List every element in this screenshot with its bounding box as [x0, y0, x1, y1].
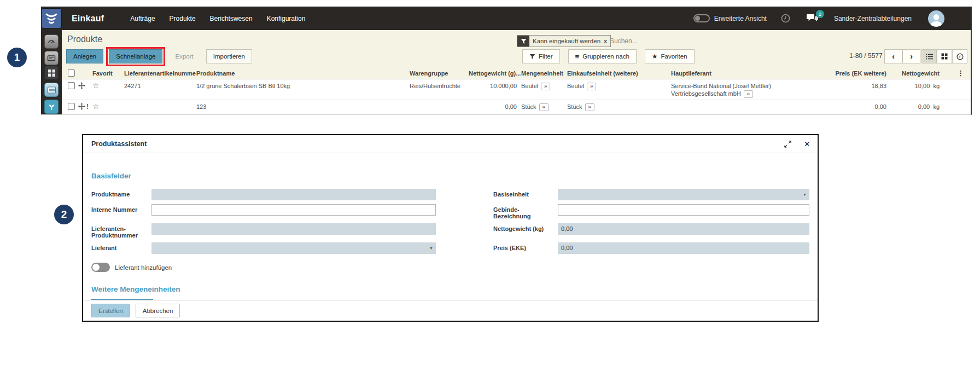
- messages-button[interactable]: 2: [807, 14, 819, 23]
- col-warengruppe[interactable]: Warengruppe: [410, 67, 469, 78]
- facet-filter-icon: [517, 36, 529, 47]
- input-preis-eke[interactable]: 0,00: [558, 242, 809, 254]
- kanban-view-button[interactable]: [937, 49, 952, 63]
- anlegen-button[interactable]: Anlegen: [66, 49, 103, 63]
- pager-prev-button[interactable]: ‹: [884, 49, 902, 63]
- col-einkaufseinheit[interactable]: Einkaufseinheit (weitere): [567, 67, 671, 78]
- company-logo[interactable]: [42, 9, 61, 28]
- table-row[interactable]: ☆ 24271 1/2 grüne Schälerbsen SB Btl 10k…: [62, 79, 971, 100]
- lieferant-hinzufuegen-label: Lieferant hinzufügen: [115, 264, 172, 271]
- drag-handle-icon[interactable]: [78, 79, 92, 90]
- col-favorit[interactable]: Favorit: [92, 67, 124, 78]
- toggle-knob: [695, 16, 700, 21]
- col-produktname[interactable]: Produktname: [196, 67, 410, 78]
- input-lieferanten-produktnummer[interactable]: [151, 223, 436, 235]
- cell-produktname: 123: [196, 100, 410, 112]
- table-row[interactable]: ! ☆ 123 0,00 Stück» Stück»: [62, 100, 971, 114]
- select-basiseinheit[interactable]: ▼: [558, 189, 809, 200]
- col-nettogewicht[interactable]: Nettogewicht: [890, 67, 942, 78]
- step-2-marker: 2: [54, 205, 74, 224]
- cell-hauptlieferant: [671, 100, 830, 104]
- erstellen-button[interactable]: Erstellen: [91, 304, 130, 317]
- cell-preis: 18,83: [830, 79, 890, 91]
- section-basisfelder: Basisfelder: [91, 172, 809, 180]
- dialog-footer: Erstellen Abbrechen: [83, 300, 818, 321]
- cell-preis: 0,00: [830, 100, 890, 112]
- search-input[interactable]: Suchen...: [610, 37, 638, 45]
- chevron-down-icon: ▼: [429, 246, 433, 250]
- internal-link-icon[interactable]: »: [539, 103, 549, 111]
- messages-badge: 2: [816, 10, 824, 18]
- activity-clock-icon[interactable]: [781, 14, 790, 23]
- col-nettogewicht-g[interactable]: Nettogewicht (g)...: [469, 67, 521, 78]
- menu-auftraege[interactable]: Aufträge: [130, 15, 155, 22]
- input-produktname[interactable]: [151, 189, 436, 200]
- produktassistent-dialog: Produktassistent × Basisfelder Produktna…: [82, 134, 819, 322]
- internal-link-icon[interactable]: »: [587, 83, 596, 90]
- app-title: Einkauf: [72, 14, 104, 24]
- label-nettogewicht-kg: Nettogewicht (kg): [493, 223, 558, 239]
- list-view-button[interactable]: [921, 49, 937, 63]
- internal-link-icon[interactable]: »: [585, 103, 594, 111]
- sidebar-apps-grid-icon[interactable]: [44, 66, 59, 80]
- export-button[interactable]: Export: [168, 49, 200, 63]
- filter-button[interactable]: Filter: [522, 49, 560, 63]
- cell-produktname: 1/2 grüne Schälerbsen SB Btl 10kg: [196, 79, 410, 91]
- abbrechen-button[interactable]: Abbrechen: [136, 304, 180, 317]
- sidebar-plant-icon[interactable]: [44, 100, 59, 114]
- input-interne-nummer[interactable]: [151, 204, 436, 216]
- search-facet-chip[interactable]: Kann eingekauft werden x: [517, 35, 611, 47]
- input-nettogewicht-kg[interactable]: 0,00: [558, 223, 809, 235]
- stacked-bowls-logo-icon: [44, 11, 59, 26]
- drag-handle-icon[interactable]: !: [78, 100, 92, 112]
- user-name[interactable]: Sander-Zentralabteilungen: [834, 15, 912, 22]
- col-preis[interactable]: Preis (EK weitere): [830, 67, 890, 78]
- sidebar-list-card-icon[interactable]: [44, 83, 59, 97]
- screenshot-canvas: Einkauf Aufträge Produkte Berichtswesen …: [0, 0, 980, 365]
- internal-link-icon[interactable]: »: [541, 83, 550, 90]
- facet-remove-icon[interactable]: x: [604, 38, 607, 44]
- sidebar-dashboard-icon[interactable]: [44, 34, 59, 49]
- menu-berichtswesen[interactable]: Berichtswesen: [210, 15, 253, 22]
- row-checkbox[interactable]: [68, 82, 75, 89]
- favorites-button[interactable]: ★ Favoriten: [645, 49, 695, 63]
- favorite-star-icon[interactable]: ☆: [92, 102, 100, 111]
- schnellanlage-button[interactable]: Schnellanlage: [109, 49, 162, 63]
- select-all-checkbox[interactable]: [68, 69, 75, 77]
- pager-arrows: ‹ ›: [884, 49, 920, 63]
- input-gebinde-bezeichnung[interactable]: [558, 204, 809, 216]
- favorite-star-icon[interactable]: ☆: [92, 81, 100, 90]
- col-lieferantenartikelnummer[interactable]: Lieferantenartikelnummer...: [124, 67, 196, 78]
- group-by-icon: ≡: [575, 53, 580, 61]
- cell-nettogewicht: 10,00 kg: [890, 79, 942, 91]
- extended-view-toggle[interactable]: [693, 14, 710, 22]
- cell-nettogewicht: 0,00 kg: [890, 100, 942, 112]
- group-by-button[interactable]: ≡ Gruppieren nach: [568, 49, 637, 63]
- col-mengeneinheit[interactable]: Mengeneinheit: [521, 67, 567, 78]
- sidebar-register-icon[interactable]: [44, 51, 59, 65]
- optional-columns-icon[interactable]: ⋮: [957, 69, 964, 77]
- cell-nettogewicht-g: 10.000,00: [469, 79, 521, 91]
- internal-link-icon[interactable]: »: [744, 90, 753, 98]
- user-avatar[interactable]: [928, 10, 944, 27]
- cell-warengruppe: Reis/Hülsenfrüchte: [410, 79, 469, 91]
- dialog-header: Produktassistent ×: [83, 135, 818, 153]
- dialog-body: Basisfelder Produktname Basiseinheit ▼ I…: [83, 154, 818, 300]
- pager-next-button[interactable]: ›: [902, 49, 920, 63]
- row-checkbox[interactable]: [68, 103, 75, 110]
- cell-liefnr: 24271: [124, 79, 196, 91]
- menu-konfiguration[interactable]: Konfiguration: [267, 15, 306, 22]
- expand-icon[interactable]: [784, 141, 791, 148]
- activity-view-button[interactable]: [952, 49, 967, 63]
- close-icon[interactable]: ×: [804, 141, 809, 147]
- list-view-content: Produkte Kann eingekauft werden x Suchen…: [62, 30, 971, 114]
- col-hauptlieferant[interactable]: Hauptlieferant: [671, 67, 830, 78]
- app-window: Einkauf Aufträge Produkte Berichtswesen …: [41, 7, 972, 115]
- top-navbar: Einkauf Aufträge Produkte Berichtswesen …: [41, 7, 971, 30]
- lieferant-hinzufuegen-toggle[interactable]: [91, 263, 110, 272]
- menu-produkte[interactable]: Produkte: [170, 15, 196, 22]
- funnel-icon: [529, 54, 535, 60]
- search-option-buttons: Filter ≡ Gruppieren nach ★ Favoriten: [522, 49, 695, 63]
- select-lieferant[interactable]: ▼: [151, 242, 436, 254]
- importieren-button[interactable]: Importieren: [206, 49, 252, 63]
